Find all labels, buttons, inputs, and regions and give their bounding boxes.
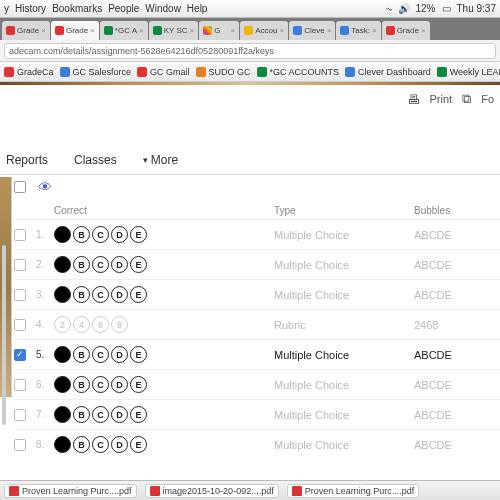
key-row[interactable]: 4.2468Rubric2468 xyxy=(14,309,500,339)
browser-tab[interactable]: Grade× xyxy=(51,21,99,40)
close-icon[interactable]: × xyxy=(421,26,426,35)
bubble-A[interactable]: A xyxy=(54,226,71,243)
bubble-2[interactable]: 2 xyxy=(54,316,71,333)
bubble-A[interactable]: A xyxy=(54,436,71,453)
tab-reports[interactable]: Reports xyxy=(6,153,48,167)
close-icon[interactable]: × xyxy=(190,26,195,35)
bubble-4[interactable]: 4 xyxy=(73,316,90,333)
bubble-C[interactable]: C xyxy=(92,436,109,453)
bubble-B[interactable]: B xyxy=(73,346,90,363)
bubble-A[interactable]: A xyxy=(54,256,71,273)
browser-tab[interactable]: KY SC× xyxy=(149,21,199,40)
row-checkbox[interactable] xyxy=(14,379,26,391)
bubble-B[interactable]: B xyxy=(73,406,90,423)
form-button[interactable]: Fo xyxy=(481,93,494,105)
bubble-B[interactable]: B xyxy=(73,376,90,393)
bookmark-item[interactable]: GradeCa xyxy=(4,67,54,77)
bubble-E[interactable]: E xyxy=(130,406,147,423)
bubble-E[interactable]: E xyxy=(130,436,147,453)
key-row[interactable]: 6.ABCDEMultiple ChoiceABCDE xyxy=(14,369,500,399)
browser-tab[interactable]: Grade× xyxy=(382,21,430,40)
browser-tab[interactable]: Task:× xyxy=(336,21,380,40)
menu-bookmarks[interactable]: Bookmarks xyxy=(52,3,102,14)
bubble-C[interactable]: C xyxy=(92,256,109,273)
bookmark-item[interactable]: Weekly LEAD xyxy=(437,67,500,77)
bubble-B[interactable]: B xyxy=(73,286,90,303)
bubble-A[interactable]: A xyxy=(54,406,71,423)
bookmark-item[interactable]: GC Gmail xyxy=(137,67,190,77)
download-item[interactable]: image2015-10-20-092....pdf xyxy=(145,484,279,498)
menu-people[interactable]: People xyxy=(108,3,139,14)
bubble-set[interactable]: ABCDE xyxy=(54,436,274,453)
row-checkbox[interactable] xyxy=(14,229,26,241)
browser-tab[interactable]: Accou× xyxy=(240,21,288,40)
browser-tab[interactable]: G× xyxy=(199,21,239,40)
tab-classes[interactable]: Classes xyxy=(74,153,117,167)
bubble-E[interactable]: E xyxy=(130,376,147,393)
bubble-C[interactable]: C xyxy=(92,226,109,243)
bubble-A[interactable]: A xyxy=(54,286,71,303)
bubble-set[interactable]: ABCDE xyxy=(54,406,274,423)
bubble-set[interactable]: ABCDE xyxy=(54,256,274,273)
bubble-set[interactable]: ABCDE xyxy=(54,226,274,243)
bubble-D[interactable]: D xyxy=(111,346,128,363)
bubble-set[interactable]: ABCDE xyxy=(54,286,274,303)
bubble-set[interactable]: 2468 xyxy=(54,316,274,333)
close-icon[interactable]: × xyxy=(327,26,332,35)
bubble-E[interactable]: E xyxy=(130,226,147,243)
bubble-8[interactable]: 8 xyxy=(111,316,128,333)
bubble-set[interactable]: ABCDE xyxy=(54,376,274,393)
close-icon[interactable]: × xyxy=(90,26,95,35)
bubble-B[interactable]: B xyxy=(73,226,90,243)
bubble-C[interactable]: C xyxy=(92,376,109,393)
menu-window[interactable]: Window xyxy=(145,3,181,14)
browser-tab[interactable]: Grade× xyxy=(2,21,50,40)
menu-help[interactable]: Help xyxy=(187,3,208,14)
bubble-6[interactable]: 6 xyxy=(92,316,109,333)
key-row[interactable]: 7.ABCDEMultiple ChoiceABCDE xyxy=(14,399,500,429)
select-all-checkbox[interactable] xyxy=(14,181,26,193)
bubble-set[interactable]: ABCDE xyxy=(54,346,274,363)
visibility-icon[interactable]: 👁 xyxy=(38,179,52,195)
download-item[interactable]: Proven Learning Purc....pdf xyxy=(287,484,420,498)
close-icon[interactable]: × xyxy=(41,26,46,35)
close-icon[interactable]: × xyxy=(231,26,236,35)
menu-y[interactable]: y xyxy=(4,3,9,14)
bookmark-item[interactable]: *GC ACCOUNTS xyxy=(257,67,340,77)
bubble-C[interactable]: C xyxy=(92,406,109,423)
close-icon[interactable]: × xyxy=(372,26,377,35)
key-row[interactable]: 3.ABCDEMultiple ChoiceABCDE xyxy=(14,279,500,309)
bubble-C[interactable]: C xyxy=(92,286,109,303)
bubble-D[interactable]: D xyxy=(111,256,128,273)
bubble-B[interactable]: B xyxy=(73,436,90,453)
bubble-D[interactable]: D xyxy=(111,406,128,423)
key-row[interactable]: 2.ABCDEMultiple ChoiceABCDE xyxy=(14,249,500,279)
bubble-D[interactable]: D xyxy=(111,436,128,453)
close-icon[interactable]: × xyxy=(280,26,285,35)
download-item[interactable]: Proven Learning Purc....pdf xyxy=(4,484,137,498)
row-checkbox[interactable] xyxy=(14,409,26,421)
browser-tab[interactable]: *GC A× xyxy=(100,21,148,40)
bubble-E[interactable]: E xyxy=(130,286,147,303)
key-row[interactable]: 8.ABCDEMultiple ChoiceABCDE xyxy=(14,429,500,459)
bubble-A[interactable]: A xyxy=(54,346,71,363)
bubble-C[interactable]: C xyxy=(92,346,109,363)
bubble-D[interactable]: D xyxy=(111,286,128,303)
scrollbar[interactable] xyxy=(2,245,6,425)
url-field[interactable]: adecam.com/details/assignment-5628e64216… xyxy=(4,43,496,59)
key-row[interactable]: 1.ABCDEMultiple ChoiceABCDE xyxy=(14,219,500,249)
browser-tab[interactable]: Cleve× xyxy=(289,21,335,40)
row-checkbox[interactable] xyxy=(14,259,26,271)
row-checkbox[interactable] xyxy=(14,319,26,331)
key-row[interactable]: 5.ABCDEMultiple ChoiceABCDE xyxy=(14,339,500,369)
bookmark-item[interactable]: Clever Dashboard xyxy=(345,67,431,77)
bubble-E[interactable]: E xyxy=(130,346,147,363)
close-icon[interactable]: × xyxy=(139,26,144,35)
row-checkbox[interactable] xyxy=(14,439,26,451)
bubble-B[interactable]: B xyxy=(73,256,90,273)
row-checkbox[interactable] xyxy=(14,289,26,301)
menu-history[interactable]: History xyxy=(15,3,46,14)
row-checkbox[interactable] xyxy=(14,349,26,361)
bookmark-item[interactable]: GC Salesforce xyxy=(60,67,132,77)
bookmark-item[interactable]: SUDO GC xyxy=(196,67,251,77)
